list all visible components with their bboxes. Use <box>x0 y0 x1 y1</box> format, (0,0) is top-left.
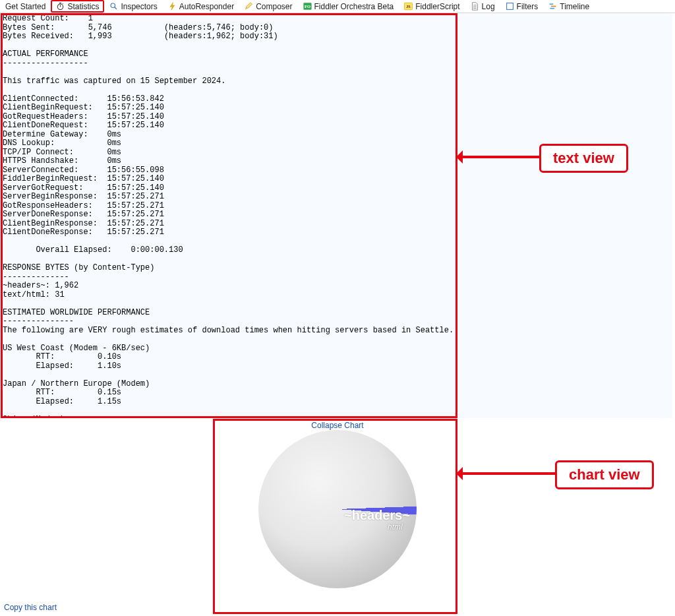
pie-label-headers: ~headers~ <box>344 508 410 523</box>
collapse-chart-link[interactable]: Collapse Chart <box>0 421 675 430</box>
js-badge-icon: JS <box>404 2 413 11</box>
copy-chart-link[interactable]: Copy this chart <box>4 603 57 612</box>
pie-label-html: html <box>388 522 403 532</box>
lightning-icon <box>168 2 177 11</box>
tab-label: Get Started <box>5 2 45 11</box>
svg-rect-2 <box>59 3 61 3</box>
svg-line-5 <box>115 7 117 9</box>
magnifier-icon <box>109 2 118 11</box>
document-icon <box>471 2 479 11</box>
pie-chart: ~headers~ html <box>258 430 417 588</box>
statistics-text: Request Count: 1 Bytes Sent: 5,746 (head… <box>0 13 672 418</box>
timeline-icon <box>548 2 557 11</box>
pencil-icon <box>245 2 253 11</box>
tab-autoresponder[interactable]: AutoResponder <box>163 0 239 13</box>
tab-label: Filters <box>517 2 539 11</box>
tab-label: Composer <box>256 2 292 11</box>
svg-line-3 <box>63 3 63 4</box>
tab-label: Statistics <box>67 2 99 11</box>
tab-bar: Get Started Statistics Inspectors AutoRe… <box>0 0 675 13</box>
tab-label: Fiddler Orchestra Beta <box>314 2 394 11</box>
tab-inspectors[interactable]: Inspectors <box>104 0 162 13</box>
fo-badge-icon: FO <box>303 2 312 11</box>
svg-marker-6 <box>170 3 175 10</box>
chart-pane: Collapse Chart ~headers~ html Copy this … <box>0 418 675 616</box>
tab-get-started[interactable]: Get Started <box>0 0 51 13</box>
tab-log[interactable]: Log <box>465 0 500 13</box>
tab-fiddlerscript[interactable]: JS FiddlerScript <box>399 0 465 13</box>
tab-label: Log <box>482 2 495 11</box>
tab-label: Timeline <box>560 2 589 11</box>
tab-label: Inspectors <box>121 2 157 11</box>
svg-point-4 <box>111 3 115 8</box>
tab-statistics[interactable]: Statistics <box>51 0 104 13</box>
tab-orchestra[interactable]: FO Fiddler Orchestra Beta <box>298 0 399 13</box>
svg-rect-14 <box>506 3 513 10</box>
tab-filters[interactable]: Filters <box>500 0 544 13</box>
svg-text:JS: JS <box>407 5 411 9</box>
tab-timeline[interactable]: Timeline <box>543 0 595 13</box>
tab-composer[interactable]: Composer <box>239 0 297 13</box>
stopwatch-icon <box>56 2 65 11</box>
tab-label: FiddlerScript <box>415 2 459 11</box>
checkbox-icon <box>506 2 514 11</box>
svg-text:FO: FO <box>304 4 310 9</box>
statistics-text-pane[interactable]: Request Count: 1 Bytes Sent: 5,746 (head… <box>0 13 672 418</box>
tab-label: AutoResponder <box>179 2 234 11</box>
